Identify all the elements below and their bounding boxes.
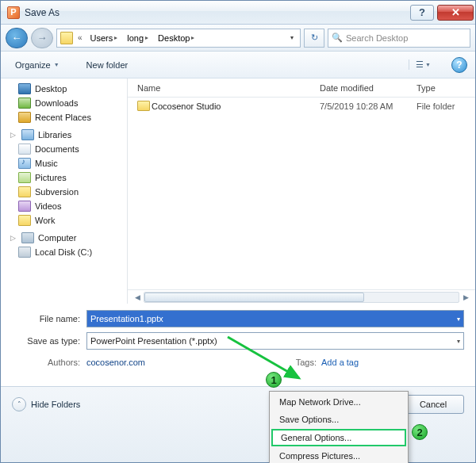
title-bar: P Save As ? ✕ (1, 1, 475, 25)
sidebar-item-localdisk[interactable]: Local Disk (C:) (4, 245, 127, 259)
chevron-up-icon: ˄ (12, 397, 26, 411)
window-title: Save As (25, 7, 407, 18)
folder-icon (137, 101, 150, 111)
powerpoint-icon: P (7, 6, 20, 19)
back-button[interactable]: ← (6, 28, 28, 48)
help-button[interactable]: ? (410, 5, 434, 21)
tags-label: Tags: (282, 358, 321, 367)
menu-save-options[interactable]: Save Options... (271, 411, 406, 428)
col-type[interactable]: Type (416, 83, 475, 93)
col-name[interactable]: Name (137, 83, 320, 93)
tags-field[interactable]: Add a tag (321, 358, 464, 367)
savetype-label: Save as type: (12, 336, 86, 346)
sidebar-item-recent[interactable]: Recent Places (4, 110, 127, 124)
sidebar-item-work[interactable]: Work (4, 213, 127, 228)
annotation-1: 1 (266, 372, 282, 388)
chevron-double-icon[interactable]: « (75, 33, 86, 42)
authors-label: Authors: (12, 358, 86, 367)
chevron-down-icon[interactable]: ▾ (457, 316, 460, 323)
filename-label: File name: (12, 314, 86, 323)
breadcrumb-dropdown-icon[interactable]: ▾ (286, 34, 298, 41)
sidebar-item-downloads[interactable]: Downloads (4, 96, 127, 110)
file-list[interactable]: Name Date modified Type Cocosenor Studio… (128, 78, 475, 304)
sidebar-item-music[interactable]: Music (4, 156, 127, 170)
menu-map-drive[interactable]: Map Network Drive... (271, 393, 406, 411)
scroll-right-icon[interactable]: ▶ (459, 293, 472, 301)
command-bar: Organize▼ New folder ☰▼ ? (1, 52, 475, 78)
file-date: 7/5/2019 10:28 AM (320, 101, 416, 111)
sidebar-item-desktop[interactable]: Desktop (4, 82, 127, 96)
authors-field[interactable]: cocosenor.com (86, 358, 145, 367)
chevron-down-icon[interactable]: ▾ (457, 338, 460, 345)
organize-button[interactable]: Organize▼ (9, 58, 66, 72)
close-button[interactable]: ✕ (437, 5, 474, 21)
savetype-dropdown[interactable]: PowerPoint Presentation (*.pptx)▾ (86, 332, 464, 350)
view-icon: ☰ (416, 59, 424, 70)
scroll-thumb[interactable] (144, 293, 364, 302)
sidebar-item-videos[interactable]: Videos (4, 199, 127, 213)
horizontal-scrollbar[interactable]: ◀ ▶ (128, 289, 475, 304)
folder-icon (60, 32, 73, 44)
sidebar-item-libraries[interactable]: ▷Libraries (4, 128, 127, 142)
crumb-users[interactable]: Users▸ (86, 29, 123, 47)
sidebar-item-subversion[interactable]: Subversion (4, 185, 127, 199)
menu-compress-pictures[interactable]: Compress Pictures... (271, 447, 406, 463)
file-name: Cocosenor Studio (152, 101, 320, 111)
search-placeholder: Search Desktop (346, 33, 408, 43)
annotation-2: 2 (412, 424, 428, 440)
breadcrumb[interactable]: « Users▸ long▸ Desktop▸ ▾ (56, 29, 301, 48)
crumb-long[interactable]: long▸ (122, 29, 153, 47)
refresh-button[interactable]: ↻ (304, 29, 324, 48)
col-date[interactable]: Date modified (320, 83, 416, 93)
view-button[interactable]: ☰▼ (409, 59, 431, 70)
search-icon: 🔍 (332, 33, 343, 43)
navigation-pane[interactable]: Desktop Downloads Recent Places ▷Librari… (1, 78, 128, 304)
filename-input[interactable]: Presentation1.pptx▾ (86, 310, 464, 327)
sidebar-item-pictures[interactable]: Pictures (4, 170, 127, 185)
scroll-left-icon[interactable]: ◀ (131, 293, 144, 301)
list-item[interactable]: Cocosenor Studio 7/5/2019 10:28 AM File … (128, 98, 475, 115)
sidebar-item-documents[interactable]: Documents (4, 142, 127, 156)
forward-button[interactable]: → (31, 28, 53, 48)
crumb-desktop[interactable]: Desktop▸ (153, 29, 199, 47)
help-icon[interactable]: ? (451, 57, 467, 73)
address-bar: ← → « Users▸ long▸ Desktop▸ ▾ ↻ 🔍 Search… (1, 25, 475, 52)
cancel-button[interactable]: Cancel (402, 395, 464, 414)
hide-folders-button[interactable]: ˄ Hide Folders (12, 397, 80, 411)
new-folder-button[interactable]: New folder (80, 58, 135, 72)
column-headers[interactable]: Name Date modified Type (128, 78, 475, 98)
menu-general-options[interactable]: General Options... (271, 429, 406, 446)
search-input[interactable]: 🔍 Search Desktop (328, 29, 470, 48)
tools-menu: Map Network Drive... Save Options... Gen… (269, 391, 409, 463)
sidebar-item-computer[interactable]: ▷Computer (4, 231, 127, 245)
file-type: File folder (416, 101, 475, 111)
